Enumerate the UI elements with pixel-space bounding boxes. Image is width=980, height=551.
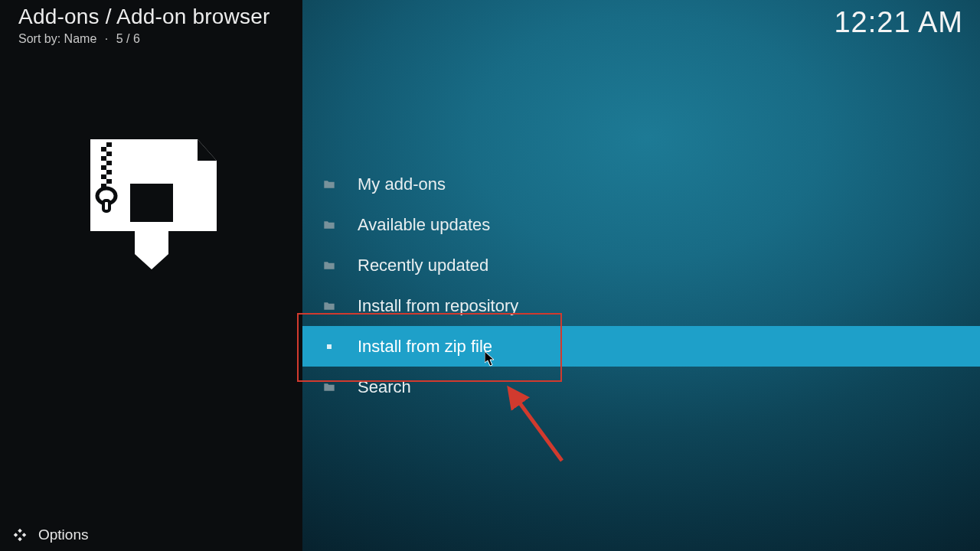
svg-rect-5 (101, 152, 106, 156)
menu-item-install-from-zip[interactable]: Install from zip file (302, 326, 980, 367)
menu-item-label: Install from zip file (358, 337, 492, 357)
menu-item-label: Available updates (358, 215, 490, 235)
menu-item-my-addons[interactable]: My add-ons (302, 164, 980, 204)
clock: 12:21 AM (834, 6, 963, 39)
menu-item-search[interactable]: Search (302, 367, 980, 407)
menu: My add-onsAvailable updatesRecently upda… (302, 164, 980, 407)
svg-rect-9 (101, 170, 106, 174)
menu-item-label: My add-ons (358, 174, 446, 194)
menu-item-recently-updated[interactable]: Recently updated (302, 245, 980, 285)
folder-icon (321, 299, 338, 313)
separator-dot: · (105, 32, 108, 45)
left-pane: Add-ons / Add-on browser Sort by: Name ·… (0, 0, 302, 551)
svg-marker-18 (22, 533, 27, 537)
sort-line: Sort by: Name · 5 / 6 (18, 32, 140, 46)
folder-icon (321, 218, 338, 232)
svg-marker-15 (18, 529, 22, 533)
svg-rect-7 (101, 161, 106, 165)
addon-browser-icon (83, 139, 220, 269)
svg-rect-8 (106, 165, 112, 170)
zip-icon (321, 340, 338, 354)
svg-rect-11 (101, 179, 106, 184)
svg-marker-16 (18, 537, 22, 542)
menu-item-available-updates[interactable]: Available updates (302, 204, 980, 245)
options-label: Options (38, 527, 88, 543)
svg-marker-17 (14, 533, 18, 537)
sort-field: Name (64, 32, 97, 45)
breadcrumb: Add-ons / Add-on browser (18, 5, 270, 29)
svg-rect-10 (106, 174, 112, 179)
svg-rect-6 (106, 156, 112, 161)
folder-icon (321, 380, 338, 394)
svg-marker-0 (198, 139, 217, 161)
svg-rect-4 (106, 147, 112, 152)
sort-prefix: Sort by: (18, 32, 60, 45)
position-index: 5 / 6 (116, 32, 140, 45)
folder-icon (321, 259, 338, 272)
menu-item-label: Recently updated (358, 256, 488, 276)
svg-rect-19 (327, 344, 332, 349)
folder-icon (321, 178, 338, 191)
options-gear-icon (11, 526, 29, 544)
menu-item-install-from-repository[interactable]: Install from repository (302, 285, 980, 326)
menu-item-label: Install from repository (358, 296, 518, 316)
svg-rect-1 (130, 184, 173, 222)
menu-item-label: Search (358, 377, 411, 397)
footer-options[interactable]: Options (0, 519, 302, 551)
svg-rect-14 (103, 201, 109, 211)
svg-rect-3 (101, 142, 106, 147)
